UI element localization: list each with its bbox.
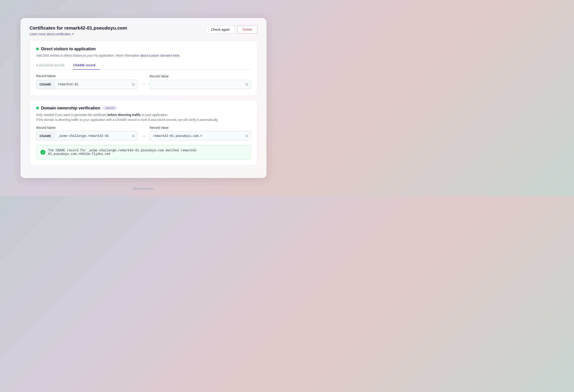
watermark: @pseudoyu — [133, 187, 154, 191]
record-value-input-1: ⧉ — [150, 80, 251, 89]
copy-icon-2: ⧉ — [132, 134, 134, 138]
check-again-button[interactable]: Check again — [206, 25, 235, 34]
tab-bar-1: A and AAAA records CNAME record — [36, 61, 251, 70]
record-value-label-2: Record Value — [150, 126, 251, 129]
page-title: Certificates for remark42-01.pseudoyu.co… — [30, 25, 127, 31]
record-name-section-1: Record Name CNAME remark42-01 ⧉ — [36, 74, 137, 89]
record-name-label-2: Record Name — [36, 126, 137, 129]
record-value-section-2: Record Value remark42-01.pseudoyu.com.r … — [150, 126, 251, 141]
section2-header: Domain ownership verification optional — [36, 106, 251, 111]
record-name-input-2: CNAME _acme-challenge.remark42-01 ⧉ — [36, 131, 137, 141]
learn-more-label: Learn more about certificates — [30, 32, 70, 36]
record-value-content-1 — [150, 82, 243, 87]
record-row-2: Record Name CNAME _acme-challenge.remark… — [36, 126, 251, 141]
copy-value-btn-1[interactable]: ⧉ — [243, 80, 251, 89]
status-dot-2 — [36, 107, 39, 109]
record-name-input-1: CNAME remark42-01 ⧉ — [36, 80, 137, 89]
copy-name-btn-2[interactable]: ⧉ — [129, 132, 137, 140]
main-card: Certificates for remark42-01.pseudoyu.co… — [20, 18, 266, 178]
copy-name-btn-1[interactable]: ⧉ — [129, 80, 137, 89]
optional-badge: optional — [102, 106, 117, 110]
copy-value-btn-2[interactable]: ⧉ — [243, 132, 251, 140]
desc-bold: before directing traffic — [107, 113, 141, 117]
header-left: Certificates for remark42-01.pseudoyu.co… — [30, 25, 127, 36]
record-row-1: Record Name CNAME remark42-01 ⧉ → Record… — [36, 74, 251, 89]
section2-desc-block: Only needed if you want to generate the … — [36, 112, 251, 122]
section1-title: Direct visitors to application — [41, 47, 96, 51]
success-box: ✓ The CNAME record for _acme-challenge.r… — [36, 145, 251, 159]
section1-desc-prefix: Add DNS entries to direct visitors to yo… — [36, 54, 140, 57]
success-checkmark-icon: ✓ — [41, 150, 45, 155]
arrow-connector-1: → — [137, 82, 150, 87]
section1-header: Direct visitors to application — [36, 47, 251, 51]
copy-icon-value-2: ⧉ — [246, 134, 248, 138]
arrow-icon-2: → — [142, 134, 145, 138]
tab-cname[interactable]: CNAME record — [73, 61, 100, 70]
status-dot-1 — [36, 48, 39, 50]
record-type-1: CNAME — [36, 80, 54, 89]
header-row: Certificates for remark42-01.pseudoyu.co… — [30, 25, 257, 36]
custom-domains-link[interactable]: about custom domains here. — [140, 54, 180, 57]
section2-desc-line1: Only needed if you want to generate the … — [36, 112, 251, 117]
arrow-connector-2: → — [137, 134, 150, 138]
section1-desc: Add DNS entries to direct visitors to yo… — [36, 53, 251, 58]
delete-button[interactable]: Delete — [237, 25, 257, 34]
external-link-icon: ↗ — [71, 32, 74, 36]
record-name-section-2: Record Name CNAME _acme-challenge.remark… — [36, 126, 137, 141]
copy-icon-value-1: ⧉ — [246, 82, 248, 86]
section2-title: Domain ownership verification — [41, 106, 100, 111]
record-name-value-1: remark42-01 — [54, 80, 129, 89]
success-message: The CNAME record for _acme-challenge.rem… — [48, 149, 246, 156]
arrow-icon-1: → — [142, 82, 145, 87]
tab-a-aaaa[interactable]: A and AAAA records — [36, 61, 69, 70]
learn-more-link[interactable]: Learn more about certificates ↗ — [30, 32, 74, 36]
record-name-label-1: Record Name — [36, 74, 137, 78]
record-name-value-2: _acme-challenge.remark42-01 — [54, 132, 129, 140]
section2-desc-line2: If the domain is directing traffic to yo… — [36, 117, 251, 122]
copy-icon-1: ⧉ — [132, 82, 134, 86]
record-value-section-1: Record Value ⧉ — [150, 75, 251, 89]
record-type-2: CNAME — [36, 132, 54, 140]
desc-suffix: to your application. — [141, 113, 168, 117]
desc-prefix: Only needed if you want to generate the … — [36, 113, 107, 117]
domain-ownership-section: Domain ownership verification optional O… — [30, 100, 257, 166]
record-value-label-1: Record Value — [150, 75, 251, 78]
direct-visitors-section: Direct visitors to application Add DNS e… — [30, 40, 257, 96]
header-actions: Check again Delete — [206, 25, 257, 34]
record-value-content-2: remark42-01.pseudoyu.com.r — [150, 132, 243, 140]
record-value-input-2: remark42-01.pseudoyu.com.r ⧉ — [150, 131, 251, 141]
